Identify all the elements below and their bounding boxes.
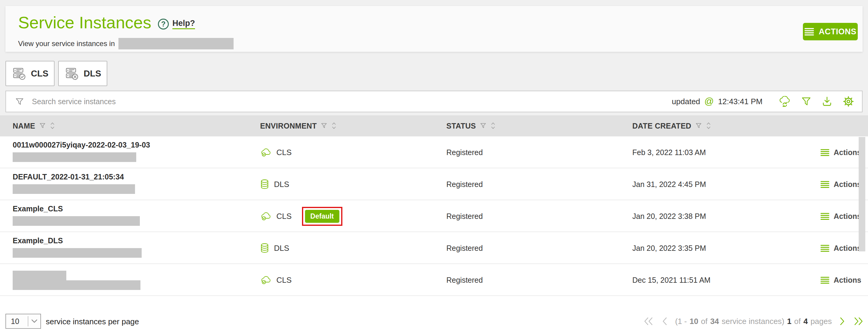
instance-name: Example_CLS <box>13 204 140 213</box>
hamburger-icon <box>820 276 830 284</box>
filter-icon[interactable] <box>801 96 811 107</box>
status-cell: Registered <box>446 264 483 296</box>
column-sort-icon[interactable] <box>490 121 496 130</box>
page-title: Service Instances <box>18 13 151 32</box>
vertical-scrollbar-thumb[interactable] <box>859 137 865 252</box>
status-cell: Registered <box>446 200 483 232</box>
environment-cell: CLS <box>260 136 292 168</box>
server-x-icon <box>64 66 79 81</box>
name-cell <box>13 271 141 290</box>
table-row: Example_CLS CLS Default Registered Jan 2… <box>0 200 868 232</box>
default-badge: Default <box>305 210 339 223</box>
search-filter-funnel-icon <box>15 97 24 106</box>
environment-label: CLS <box>276 212 292 221</box>
environment-cell: DLS <box>260 232 289 264</box>
chevron-down-icon <box>28 319 40 323</box>
row-actions-button[interactable]: Actions <box>820 232 861 264</box>
dls-database-icon <box>260 243 269 253</box>
server-check-icon <box>12 66 26 81</box>
name-cell: Example_CLS <box>13 204 140 226</box>
help-link[interactable]: ? Help? <box>158 19 195 30</box>
name-cell: DEFAULT_2022-01-31_21:05:34 <box>13 172 135 194</box>
refresh-cloud-sync-icon[interactable] <box>778 96 791 107</box>
cls-filter-label: CLS <box>31 69 49 78</box>
column-filter-icon[interactable] <box>39 122 46 130</box>
dls-filter-button[interactable]: DLS <box>58 61 107 86</box>
status-cell: Registered <box>446 168 483 200</box>
previous-page-icon <box>661 317 668 326</box>
redacted-text-block <box>13 152 136 162</box>
row-actions-label: Actions <box>834 212 861 221</box>
pagination-summary: (1 - 10 of 34 service instances) 1 of 4 … <box>675 317 832 326</box>
column-header-environment: ENVIRONMENT <box>260 115 337 136</box>
page-size-value: 10 <box>6 317 28 326</box>
environment-label: CLS <box>276 275 292 285</box>
dls-database-icon <box>260 179 269 189</box>
date-created-cell: Feb 3, 2022 11:03 AM <box>632 136 706 168</box>
current-page-number: 1 <box>787 317 792 326</box>
redacted-text-block <box>13 184 135 194</box>
name-cell: Example_DLS <box>13 236 142 258</box>
column-sort-icon[interactable] <box>706 121 711 130</box>
environment-filter-buttons: CLS DLS <box>5 61 107 86</box>
table-row: DEFAULT_2022-01-31_21:05:34 DLS Register… <box>0 168 868 200</box>
download-icon[interactable] <box>822 96 832 107</box>
environment-label: DLS <box>274 180 289 189</box>
environment-label: DLS <box>274 243 289 253</box>
row-actions-button[interactable]: Actions <box>820 136 861 168</box>
instance-name: DEFAULT_2022-01-31_21:05:34 <box>13 172 135 181</box>
actions-button[interactable]: ACTIONS <box>803 23 858 40</box>
settings-gear-icon[interactable] <box>843 96 854 107</box>
column-sort-icon[interactable] <box>331 121 337 130</box>
page-size-label: service instances per page <box>46 317 139 326</box>
help-question-icon: ? <box>158 19 169 30</box>
environment-cell: CLS <box>260 264 292 296</box>
cls-filter-button[interactable]: CLS <box>5 61 55 86</box>
table-row: 0011w000027i5yiqay-2022-02-03_19-03 CLS … <box>0 136 868 168</box>
hamburger-icon <box>820 149 830 156</box>
updated-time: 12:43:41 PM <box>718 97 763 106</box>
last-page-icon[interactable] <box>853 317 864 326</box>
column-sort-icon[interactable] <box>50 121 55 130</box>
redacted-org-name <box>119 38 234 49</box>
column-header-date-created: DATE CREATED <box>632 115 711 136</box>
updated-label: updated <box>672 97 700 106</box>
column-filter-icon[interactable] <box>320 122 328 130</box>
row-actions-button[interactable]: Actions <box>820 168 861 200</box>
row-actions-button[interactable]: Actions <box>820 200 861 232</box>
hamburger-icon <box>820 212 830 220</box>
cls-cloud-check-icon <box>260 275 272 285</box>
column-filter-icon[interactable] <box>479 122 487 130</box>
table-header-row: NAME ENVIRONMENT STATUS DATE CREATED <box>0 115 868 136</box>
page-size-select[interactable]: 10 <box>5 314 41 329</box>
row-actions-label: Actions <box>834 148 861 157</box>
date-created-cell: Dec 15, 2021 11:51 AM <box>632 264 710 296</box>
date-created-cell: Jan 20, 2022 3:35 PM <box>632 232 706 264</box>
redacted-text-block <box>13 248 142 258</box>
first-page-icon <box>643 317 654 326</box>
table-row: CLS Registered Dec 15, 2021 11:51 AM Act… <box>0 264 868 296</box>
redacted-text-block <box>13 280 141 290</box>
row-actions-label: Actions <box>834 180 861 189</box>
help-link-label: Help? <box>173 19 195 29</box>
environment-cell: DLS <box>260 168 289 200</box>
cls-cloud-check-icon <box>260 212 272 221</box>
instance-name: Example_DLS <box>13 236 142 245</box>
column-filter-icon[interactable] <box>695 122 702 130</box>
date-created-cell: Jan 31, 2022 4:45 PM <box>632 168 706 200</box>
title-row: Service Instances ? Help? <box>18 13 195 32</box>
search-zone <box>6 97 672 106</box>
hamburger-icon <box>820 181 830 188</box>
row-actions-label: Actions <box>834 276 861 285</box>
page-header: Service Instances ? Help? View your serv… <box>5 6 863 52</box>
redacted-text-block <box>13 216 140 226</box>
next-page-icon[interactable] <box>839 317 846 326</box>
column-header-status: STATUS <box>446 115 496 136</box>
row-actions-button[interactable]: Actions <box>820 264 861 296</box>
updated-status-zone: updated @ 12:43:41 PM <box>672 96 862 107</box>
pagination: (1 - 10 of 34 service instances) 1 of 4 … <box>643 314 864 329</box>
environment-label: CLS <box>276 148 292 157</box>
search-input[interactable] <box>32 97 273 106</box>
date-created-cell: Jan 20, 2022 3:38 PM <box>632 200 706 232</box>
row-actions-label: Actions <box>834 244 861 253</box>
